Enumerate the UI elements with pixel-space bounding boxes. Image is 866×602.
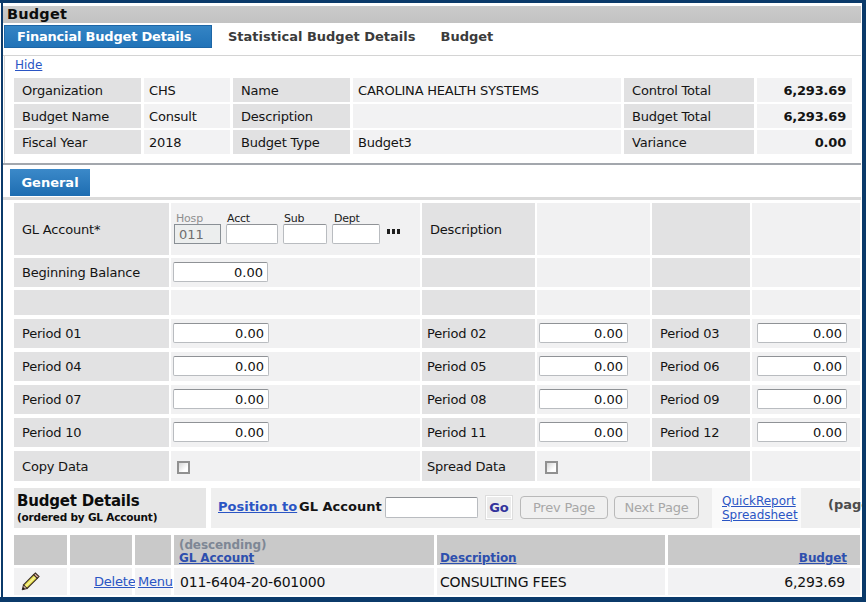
- spread-data-cell: [537, 451, 650, 481]
- period-05-input[interactable]: [539, 356, 628, 376]
- spreadsheet-link[interactable]: Spreadsheet: [722, 508, 798, 522]
- table-header-delete-col: [70, 535, 132, 565]
- period-12-input[interactable]: [757, 422, 847, 442]
- menu-link[interactable]: Menu: [138, 574, 173, 589]
- quickreport-link[interactable]: QuickReport: [722, 494, 796, 508]
- period-06-label: Period 06: [652, 352, 750, 381]
- next-page-button[interactable]: Next Page: [614, 496, 699, 519]
- period-06-cell: [752, 352, 860, 381]
- tab-financial-budget-details-label: Financial Budget Details: [17, 29, 191, 44]
- variance-value: 0.00: [757, 130, 852, 154]
- gl-account-field-cell: Hosp Acct Sub Dept: [171, 203, 420, 255]
- period-01-input[interactable]: [173, 323, 269, 343]
- spread-data-checkbox[interactable]: [545, 461, 558, 474]
- budget-total-value: 6,293.69: [757, 104, 852, 128]
- gl-account-column-link[interactable]: GL Account: [179, 551, 254, 565]
- period-01-label: Period 01: [14, 319, 169, 348]
- period-02-input[interactable]: [539, 323, 628, 343]
- table-header-description-col: Description: [437, 535, 665, 565]
- budget-type-label: Budget Type: [233, 130, 350, 154]
- period-02-label: Period 02: [422, 319, 535, 348]
- copy-data-label: Copy Data: [14, 451, 169, 481]
- hosp-input: [174, 224, 221, 244]
- form-r3-cell-5: [652, 290, 750, 315]
- gl-account-label: GL Account*: [14, 203, 169, 255]
- budget-details-toolbar: Position to GL Account Go Prev Page Next…: [211, 488, 860, 528]
- tab-statistical-budget-details[interactable]: Statistical Budget Details: [228, 29, 415, 44]
- form-r3-cell-2: [171, 290, 420, 315]
- copy-data-checkbox[interactable]: [177, 461, 190, 474]
- row-edit-cell: [14, 568, 67, 595]
- period-09-input[interactable]: [757, 389, 847, 409]
- dept-input[interactable]: [332, 224, 380, 244]
- period-04-input[interactable]: [173, 356, 269, 376]
- organization-value: CHS: [144, 78, 230, 102]
- form-r2-cell-d: [752, 258, 860, 287]
- form-r3-cell-3: [422, 290, 535, 315]
- period-06-input[interactable]: [757, 356, 847, 376]
- row-gl-account-cell: 011-6404-20-601000: [174, 568, 434, 595]
- period-10-input[interactable]: [173, 422, 269, 442]
- copy-data-cell: [171, 451, 420, 481]
- position-to-link[interactable]: Position to: [218, 499, 297, 514]
- tab-budget[interactable]: Budget: [440, 29, 493, 44]
- table-header-gl-account-col: (descending) GL Account: [174, 535, 434, 565]
- period-10-cell: [171, 418, 420, 447]
- table-header-edit-col: [14, 535, 67, 565]
- tab-general[interactable]: General: [10, 169, 90, 196]
- period-01-cell: [171, 319, 420, 348]
- period-10-label: Period 10: [14, 418, 169, 447]
- form-r2-cell-b: [537, 258, 650, 287]
- sort-direction-note: (descending): [179, 538, 266, 552]
- description-column-link[interactable]: Description: [440, 551, 517, 565]
- header-separator: [3, 163, 861, 165]
- gl-description-field-cell: [537, 203, 650, 255]
- page-indicator: (page: [828, 497, 866, 512]
- delete-link[interactable]: Delete: [94, 574, 136, 589]
- go-button[interactable]: Go: [486, 496, 512, 519]
- budget-details-title: Budget Details: [17, 492, 206, 510]
- frame-border-top: [0, 0, 866, 3]
- tab-financial-budget-details[interactable]: Financial Budget Details: [4, 25, 212, 48]
- budget-total-label: Budget Total: [624, 104, 754, 128]
- period-11-input[interactable]: [539, 422, 628, 442]
- period-03-input[interactable]: [757, 323, 847, 343]
- frame-border-bottom: [0, 597, 866, 602]
- form-r3-cell-1: [14, 290, 169, 315]
- prev-page-button[interactable]: Prev Page: [520, 496, 608, 519]
- row-delete-cell: Delete: [70, 568, 132, 595]
- sub-input[interactable]: [283, 224, 327, 244]
- gl-description-label: Description: [422, 203, 535, 255]
- gl-account-lookup-icon[interactable]: [387, 229, 400, 234]
- variance-label: Variance: [624, 130, 754, 154]
- period-07-label: Period 07: [14, 385, 169, 414]
- hide-link[interactable]: Hide: [15, 58, 42, 72]
- budget-name-label: Budget Name: [14, 104, 141, 128]
- beginning-balance-field-cell: [171, 258, 420, 287]
- budget-type-value: Budget3: [353, 130, 621, 154]
- frame-border-right: [862, 3, 866, 599]
- period-12-label: Period 12: [652, 418, 750, 447]
- period-07-input[interactable]: [173, 389, 269, 409]
- budget-name-value: Consult: [144, 104, 230, 128]
- beginning-balance-input[interactable]: [173, 262, 268, 282]
- period-08-input[interactable]: [539, 389, 628, 409]
- period-11-label: Period 11: [422, 418, 535, 447]
- general-tab-underline: [3, 197, 861, 200]
- position-to-input[interactable]: [385, 497, 478, 518]
- fiscal-year-label: Fiscal Year: [14, 130, 141, 154]
- period-02-cell: [537, 319, 650, 348]
- budget-column-link[interactable]: Budget: [799, 551, 847, 565]
- row-menu-cell: Menu: [135, 568, 171, 595]
- edit-pencil-icon[interactable]: [19, 571, 41, 593]
- period-08-cell: [537, 385, 650, 414]
- period-04-cell: [171, 352, 420, 381]
- table-header-menu-col: [135, 535, 171, 565]
- page-title: Budget: [3, 6, 861, 23]
- period-05-label: Period 05: [422, 352, 535, 381]
- period-03-label: Period 03: [652, 319, 750, 348]
- form-r8-spare-field-cell: [752, 451, 860, 481]
- acct-input[interactable]: [226, 224, 278, 244]
- control-total-value: 6,293.69: [757, 78, 852, 102]
- form-r1-spare-field-cell: [752, 203, 860, 255]
